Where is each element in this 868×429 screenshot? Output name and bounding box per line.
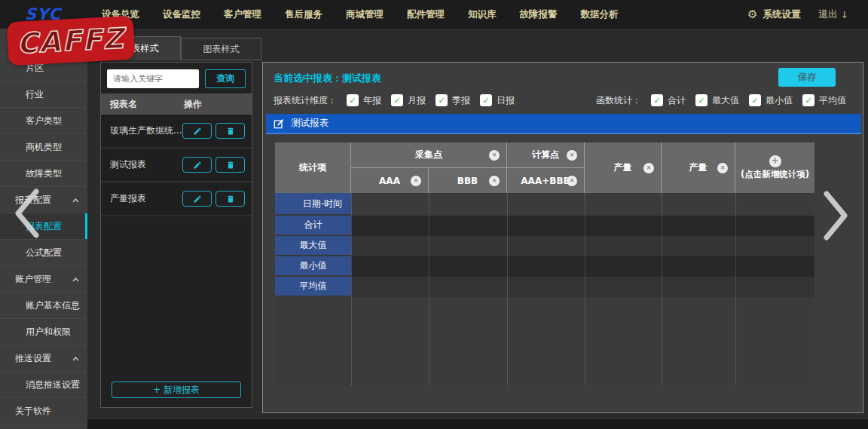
checkbox-icon[interactable]: ✓	[480, 94, 492, 106]
row-cells	[351, 277, 815, 297]
next-page-arrow[interactable]	[821, 189, 851, 242]
checkbox-icon[interactable]: ✓	[802, 94, 815, 106]
checkbox-sum[interactable]: ✓合计	[651, 94, 686, 107]
sidebar-item-user-permission[interactable]: 用户和权限	[0, 319, 87, 345]
sidebar-item-label: 账户管理	[15, 273, 51, 286]
checkbox-icon[interactable]: ✓	[436, 94, 448, 106]
trash-icon	[226, 127, 235, 136]
nav-item-fault-alarm[interactable]: 故障报警	[520, 8, 558, 21]
nav-item-customer-mgmt[interactable]: 客户管理	[224, 8, 261, 21]
nav-item-parts-mgmt[interactable]: 配件管理	[407, 8, 445, 21]
gear-icon: ⚙	[747, 8, 757, 21]
checkbox-icon[interactable]: ✓	[749, 94, 761, 106]
trash-icon	[226, 161, 235, 170]
row-actions	[182, 191, 252, 207]
search-input[interactable]	[107, 69, 199, 88]
close-icon[interactable]: ✕	[567, 176, 577, 186]
add-column-label: (点击新增统计项)	[741, 169, 809, 180]
row-actions	[182, 123, 252, 139]
system-settings-button[interactable]: 系统设置	[763, 8, 801, 21]
report-title-bar: 测试报表	[266, 114, 861, 134]
nav-item-knowledge-base[interactable]: 知识库	[468, 8, 497, 21]
grid-row-min: 最小值	[275, 256, 815, 277]
header-label: 统计项	[299, 161, 326, 174]
table-row[interactable]: 测试报表	[101, 149, 252, 182]
close-icon[interactable]: ✕	[489, 176, 500, 186]
sidebar-item-message-push[interactable]: 消息推送设置	[0, 372, 87, 398]
trash-icon	[226, 195, 235, 204]
edit-button[interactable]	[182, 191, 212, 207]
sidebar-item-label: 账户基本信息	[26, 299, 80, 312]
sidebar-item-formula-config[interactable]: 公式配置	[0, 240, 87, 266]
close-icon[interactable]: ✕	[643, 163, 654, 173]
sidebar-item-opportunity-type[interactable]: 商机类型	[0, 134, 87, 161]
report-editor-panel: 当前选中报表：测试报表 保存 报表统计维度： ✓年报 ✓月报 ✓季报 ✓日报 函…	[262, 62, 863, 413]
save-button[interactable]: 保存	[778, 68, 836, 87]
checkbox-quarterly[interactable]: ✓季报	[436, 94, 470, 107]
edit-button[interactable]	[182, 123, 212, 139]
sidebar-item-industry[interactable]: 行业	[0, 81, 87, 108]
sidebar-item-account-group[interactable]: 账户管理	[0, 266, 87, 293]
sidebar-item-about-software[interactable]: 关于软件	[0, 398, 87, 424]
function-label: 函数统计：	[596, 94, 641, 107]
close-icon[interactable]: ✕	[567, 150, 577, 161]
row-label: 最大值	[275, 236, 351, 256]
grid-row-datetime: 日期-时间	[275, 193, 815, 216]
checkbox-daily[interactable]: ✓日报	[480, 94, 515, 107]
add-report-button[interactable]: + 新增报表	[112, 382, 241, 398]
checkbox-avg[interactable]: ✓平均值	[802, 94, 846, 107]
options-row: 报表统计维度： ✓年报 ✓月报 ✓季报 ✓日报 函数统计： ✓合计 ✓最大值 ✓…	[274, 93, 846, 108]
grid-body: 日期-时间 合计 最大值 最小值	[275, 193, 815, 385]
prev-page-arrow[interactable]	[11, 187, 44, 240]
selected-report-label: 当前选中报表：	[274, 72, 342, 84]
delete-button[interactable]	[215, 157, 245, 173]
sidebar-item-account-info[interactable]: 账户基本信息	[0, 293, 87, 319]
tab-chart-style[interactable]: 图表样式	[181, 38, 261, 60]
checkbox-icon[interactable]: ✓	[391, 94, 403, 106]
nav-item-mall-mgmt[interactable]: 商城管理	[346, 8, 384, 21]
search-button[interactable]: 查询	[205, 69, 246, 88]
sidebar-item-customer-type[interactable]: 客户类型	[0, 108, 87, 134]
header-sub-aaa: AAA ✕	[351, 168, 429, 193]
close-icon[interactable]: ✕	[717, 163, 728, 173]
sidebar-item-label: 故障类型	[26, 167, 62, 180]
grid-row-avg: 平均值	[275, 277, 815, 297]
checkbox-yearly[interactable]: ✓年报	[347, 94, 381, 107]
table-row[interactable]: 产量报表	[101, 182, 252, 216]
column-header-action: 操作	[184, 98, 252, 111]
checkbox-icon[interactable]: ✓	[347, 94, 359, 106]
nav-item-device-monitor[interactable]: 设备监控	[163, 8, 200, 21]
add-stat-column-button[interactable]: + (点击新增统计项)	[735, 142, 815, 193]
edit-button[interactable]	[182, 157, 212, 173]
row-label: 平均值	[275, 277, 351, 297]
sidebar-item-push-group[interactable]: 推送设置	[0, 345, 87, 372]
row-cells	[351, 236, 815, 256]
sidebar-item-fault-type[interactable]: 故障类型	[0, 161, 87, 187]
search-row: 查询	[101, 63, 252, 93]
edit-square-icon[interactable]	[274, 118, 284, 129]
sidebar-item-label: 关于软件	[15, 405, 51, 418]
bottom-strip	[87, 419, 868, 429]
checkbox-label: 季报	[452, 94, 470, 107]
header-label: 采集点	[415, 149, 442, 161]
delete-button[interactable]	[215, 191, 245, 207]
nav-item-after-sales[interactable]: 售后服务	[285, 8, 322, 21]
checkbox-min[interactable]: ✓最小值	[749, 94, 793, 107]
checkbox-icon[interactable]: ✓	[695, 94, 708, 106]
table-row[interactable]: 玻璃生产数据统...	[101, 115, 252, 149]
report-name: 测试报表	[101, 158, 182, 171]
checkbox-monthly[interactable]: ✓月报	[391, 94, 426, 107]
column-divider	[351, 193, 352, 385]
checkbox-icon[interactable]: ✓	[651, 94, 663, 106]
chevron-up-icon	[72, 357, 79, 361]
close-icon[interactable]: ✕	[411, 176, 421, 186]
checkbox-max[interactable]: ✓最大值	[695, 94, 739, 107]
sidebar-item-label: 消息推送设置	[26, 378, 80, 391]
app-root: SYC 设备总览 设备监控 客户管理 售后服务 商城管理 配件管理 知识库 故障…	[0, 0, 868, 429]
delete-button[interactable]	[215, 123, 245, 139]
row-label: 最小值	[275, 256, 351, 277]
close-icon[interactable]: ✕	[489, 150, 500, 161]
nav-item-data-analysis[interactable]: 数据分析	[581, 8, 619, 21]
logout-button[interactable]: 退出 ↓	[819, 8, 848, 21]
row-cells	[351, 256, 815, 277]
